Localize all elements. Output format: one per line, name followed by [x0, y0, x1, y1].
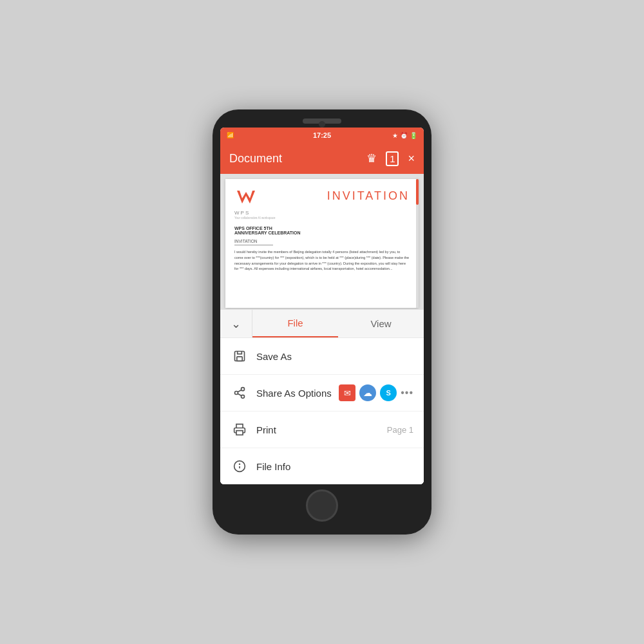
mail-share-icon[interactable]: ✉	[339, 384, 355, 401]
wps-brand-text: WPS	[234, 210, 250, 216]
tab-file[interactable]: File	[252, 310, 338, 337]
tab-file-label: File	[287, 317, 303, 328]
save-as-label: Save As	[256, 351, 413, 362]
document-page: WPS Your collaborative AI workspace INVI…	[225, 179, 419, 308]
scroll-indicator	[416, 179, 419, 308]
svg-line-6	[238, 393, 242, 395]
document-area: WPS Your collaborative AI workspace INVI…	[220, 174, 424, 309]
tab-view[interactable]: View	[338, 310, 424, 337]
cloud-share-icon[interactable]: ☁	[359, 384, 376, 401]
invitation-title: INVITATION	[327, 189, 410, 203]
wps-logo: WPS Your collaborative AI workspace	[234, 189, 276, 220]
svg-point-3	[242, 388, 245, 391]
doc-event-title: WPS OFFICE 5THANNIVERSARY CELEBRATION	[234, 226, 410, 235]
doc-logo-area: WPS Your collaborative AI workspace INVI…	[234, 189, 410, 220]
file-info-label: File Info	[256, 461, 413, 472]
svg-point-5	[242, 395, 245, 398]
chevron-down-icon: ⌄	[231, 317, 241, 331]
status-left: 📶	[227, 132, 234, 138]
print-page-info: Page 1	[387, 425, 413, 435]
copy-icon[interactable]: 1	[386, 151, 399, 166]
print-label: Print	[256, 424, 387, 435]
home-button[interactable]	[306, 489, 338, 522]
status-time: 17:25	[313, 131, 331, 139]
share-options-icons: ✉ ☁ S •••	[339, 384, 413, 401]
svg-rect-8	[236, 431, 243, 435]
status-right: ★ ⏰ 🔋	[392, 132, 417, 139]
share-label: Share As Options	[256, 388, 339, 399]
scroll-thumb	[416, 179, 419, 205]
phone-camera	[319, 121, 325, 128]
share-item[interactable]: Share As Options ✉ ☁ S •••	[220, 375, 424, 412]
svg-marker-0	[237, 191, 255, 204]
file-info-item[interactable]: File Info	[220, 448, 424, 484]
wps-tagline: Your collaborative AI workspace	[234, 216, 276, 220]
menu-items-list: Save As Share As Options	[220, 338, 424, 484]
tab-view-label: View	[370, 318, 391, 329]
svg-rect-2	[237, 357, 242, 361]
close-icon[interactable]: ×	[408, 152, 415, 166]
app-header: Document ♛ 1 ×	[220, 143, 424, 174]
menu-tabs: ⌄ File View	[220, 310, 424, 338]
alarm-icon: ⏰	[400, 132, 408, 139]
info-icon	[231, 457, 249, 475]
menu-back-button[interactable]: ⌄	[220, 310, 252, 337]
print-icon	[231, 421, 249, 439]
more-share-icon[interactable]: •••	[401, 387, 413, 399]
bluetooth-icon: ★	[392, 132, 398, 139]
bottom-menu: ⌄ File View	[220, 309, 424, 484]
share-icon	[231, 384, 249, 402]
status-bar: 📶 17:25 ★ ⏰ 🔋	[220, 128, 424, 143]
phone-screen: 📶 17:25 ★ ⏰ 🔋 Document ♛ 1 ×	[220, 128, 424, 484]
doc-body-text: I would hereby invite the members of Bei…	[234, 249, 410, 272]
wps-logo-svg	[234, 189, 258, 207]
print-item[interactable]: Print Page 1	[220, 412, 424, 448]
wifi-icon: 📶	[227, 132, 234, 138]
doc-section-label: INVITATION	[234, 239, 273, 245]
skype-share-icon[interactable]: S	[380, 384, 397, 401]
battery-icon: 🔋	[410, 132, 417, 139]
app-title: Document	[229, 152, 282, 166]
save-as-item[interactable]: Save As	[220, 338, 424, 375]
svg-point-4	[235, 392, 238, 395]
crown-icon[interactable]: ♛	[366, 151, 377, 166]
svg-line-7	[238, 390, 242, 392]
phone-device: 📶 17:25 ★ ⏰ 🔋 Document ♛ 1 ×	[213, 109, 431, 535]
header-icons: ♛ 1 ×	[366, 151, 415, 166]
save-icon	[231, 347, 249, 365]
